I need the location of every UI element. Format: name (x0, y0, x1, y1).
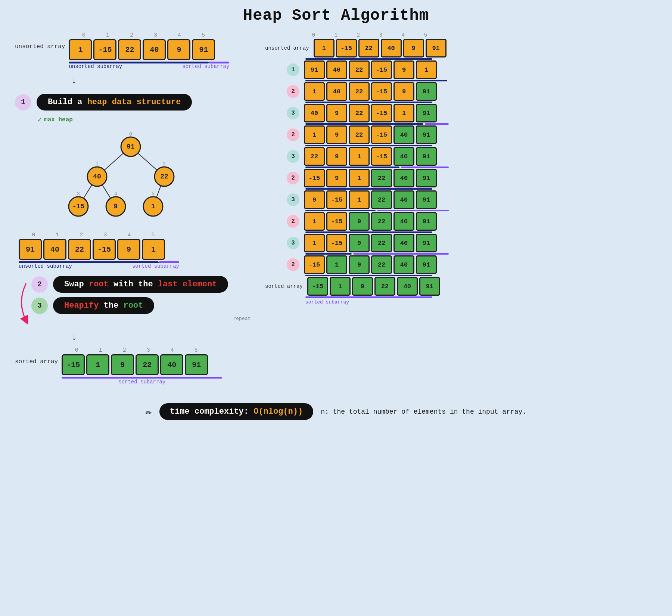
right-row: 39-151224091 (265, 190, 449, 212)
svg-text:91: 91 (127, 143, 135, 150)
sorted-array-section: sorted array 012345 -1519224091 sorted s… (15, 347, 246, 385)
step2-row: 2 Swap root with the last element (31, 276, 228, 293)
max-heap-label: max heap (44, 116, 73, 123)
right-row: 31-159224091 (265, 234, 449, 255)
step3-highlight2: root (123, 301, 143, 310)
step3-row: 3 Heapify the root repeat (31, 297, 228, 314)
left-subarray-labels: unsorted subarray sorted subarray (69, 63, 229, 69)
step3-text: Heapify the root (64, 301, 143, 310)
right-row: 21-159224091 (265, 212, 449, 234)
page-title: Heap Sort Algorithm (0, 0, 672, 28)
step2-highlight1: root (89, 280, 109, 289)
step3-circle: 3 (31, 298, 48, 314)
arrow-down-2: ↓ (71, 331, 77, 343)
svg-text:1: 1 (151, 203, 155, 210)
sorted-array-row: -1519224091 (62, 354, 222, 375)
sorted-indices: 012345 (65, 347, 222, 354)
right-row: unsorted array1-152240991 (265, 39, 449, 60)
step3-highlight1: Heapify (64, 301, 99, 310)
right-row: 32291-154091 (265, 147, 449, 169)
heap-subarray-labels: unsorted subarray sorted subarray (19, 263, 179, 269)
step-boxes-col: 2 Swap root with the last element 3 (31, 276, 228, 314)
time-complexity-value: O(nlog(n)) (253, 407, 303, 416)
pencil-icon: ✏️ (146, 405, 152, 418)
svg-text:0: 0 (129, 131, 132, 137)
arrow-curve-left (15, 280, 30, 324)
right-panel: 012345 unsorted array1-1522409911914022-… (258, 32, 657, 305)
left-array-row: 1-152240991 (69, 39, 229, 60)
right-row: 2-1591224091 (265, 169, 449, 190)
step2-box: Swap root with the last element (53, 276, 228, 293)
unsorted-array-label: unsorted array (15, 43, 65, 50)
right-row: 2-1519224091 (265, 255, 449, 277)
sorted-subarray-label: sorted subarray (62, 379, 222, 385)
heap-sorted-label: sorted subarray (132, 263, 179, 269)
svg-text:9: 9 (114, 203, 118, 210)
step1-text: Build a heap data structure (48, 97, 181, 107)
left-panel: unsorted array 012345 1-152240991 unsort… (15, 32, 246, 385)
right-indices-row: 012345 (303, 32, 436, 38)
svg-text:3: 3 (77, 191, 80, 197)
unsorted-array-section: unsorted array 012345 1-152240991 unsort… (15, 32, 246, 70)
heap-indices: 012345 (22, 232, 164, 238)
sorted-array-label: sorted array (15, 358, 58, 365)
right-row: 214022-15991 (265, 82, 449, 104)
step2-highlight2: last element (158, 280, 217, 289)
step1-highlight: heap data structure (87, 97, 181, 107)
svg-text:1: 1 (96, 161, 99, 167)
steps-2-3: 2 Swap root with the last element 3 (15, 276, 228, 324)
time-complexity-note: n: the total number of elements in the i… (321, 408, 526, 416)
right-row: sorted array-1519224091sorted subarray (265, 277, 449, 305)
step1-box: Build a heap data structure (37, 94, 192, 111)
step2-text: Swap root with the last element (64, 280, 217, 289)
repeat-label: repeat (233, 316, 251, 321)
tree-svg: 0911402223-154951 (60, 124, 202, 229)
svg-text:2: 2 (163, 161, 166, 167)
svg-text:40: 40 (93, 173, 101, 180)
right-row: 340922-15191 (265, 104, 449, 125)
svg-text:22: 22 (160, 173, 168, 180)
time-badge: time complexity: O(nlog(n)) (159, 403, 313, 420)
arrow-down-1: ↓ (71, 75, 77, 86)
time-badge-text: time complexity: O(nlog(n)) (170, 407, 303, 416)
unsorted-label: unsorted subarray (69, 63, 122, 69)
right-rows-container: unsorted array1-1522409911914022-1591214… (265, 39, 449, 305)
heap-unsorted-label: unsorted subarray (19, 263, 72, 269)
step2-circle: 2 (31, 276, 48, 293)
heap-array-section: 012345 914022-1591 unsorted subarray sor… (15, 232, 246, 270)
tree-section: ✓ max heap 0911402223-154951 (15, 115, 246, 229)
step3-box: Heapify the root (53, 297, 154, 314)
heap-array-row: 914022-1591 (19, 239, 165, 260)
sorted-label: sorted subarray (182, 63, 229, 69)
check-mark: ✓ (37, 115, 42, 124)
step1-row: 1 Build a heap data structure (15, 94, 192, 111)
svg-text:5: 5 (152, 191, 155, 197)
right-row: 21922-154091 (265, 125, 449, 147)
bottom-bar: ✏️ time complexity: O(nlog(n)) n: the to… (0, 396, 672, 427)
left-indices: 012345 (72, 32, 229, 38)
right-row: 1914022-1591 (265, 60, 449, 82)
svg-text:-15: -15 (72, 203, 84, 210)
svg-text:4: 4 (114, 191, 117, 197)
step1-circle: 1 (15, 94, 31, 111)
